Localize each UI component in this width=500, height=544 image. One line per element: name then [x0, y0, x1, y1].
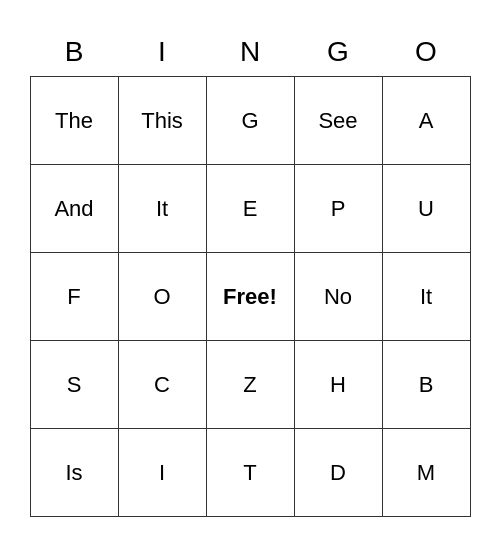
table-row: SCZHB — [30, 341, 470, 429]
table-cell: E — [206, 165, 294, 253]
table-cell: T — [206, 429, 294, 517]
table-cell: H — [294, 341, 382, 429]
header-B: B — [30, 27, 118, 77]
header-G: G — [294, 27, 382, 77]
table-row: FOFree!NoIt — [30, 253, 470, 341]
table-cell: O — [118, 253, 206, 341]
table-cell: It — [118, 165, 206, 253]
table-cell: Z — [206, 341, 294, 429]
table-cell: Free! — [206, 253, 294, 341]
table-cell: I — [118, 429, 206, 517]
header-row: B I N G O — [30, 27, 470, 77]
bingo-table: B I N G O TheThisGSeeAAndItEPUFOFree!NoI… — [30, 27, 471, 518]
table-row: IsITDM — [30, 429, 470, 517]
table-cell: M — [382, 429, 470, 517]
table-cell: P — [294, 165, 382, 253]
header-N: N — [206, 27, 294, 77]
table-cell: U — [382, 165, 470, 253]
header-O: O — [382, 27, 470, 77]
table-cell: And — [30, 165, 118, 253]
table-cell: C — [118, 341, 206, 429]
table-row: TheThisGSeeA — [30, 77, 470, 165]
table-row: AndItEPU — [30, 165, 470, 253]
table-cell: See — [294, 77, 382, 165]
table-cell: A — [382, 77, 470, 165]
table-cell: D — [294, 429, 382, 517]
header-I: I — [118, 27, 206, 77]
bingo-card: B I N G O TheThisGSeeAAndItEPUFOFree!NoI… — [30, 27, 471, 518]
table-cell: Is — [30, 429, 118, 517]
table-cell: B — [382, 341, 470, 429]
table-cell: S — [30, 341, 118, 429]
table-cell: No — [294, 253, 382, 341]
table-cell: F — [30, 253, 118, 341]
table-cell: The — [30, 77, 118, 165]
table-cell: G — [206, 77, 294, 165]
table-cell: This — [118, 77, 206, 165]
table-cell: It — [382, 253, 470, 341]
